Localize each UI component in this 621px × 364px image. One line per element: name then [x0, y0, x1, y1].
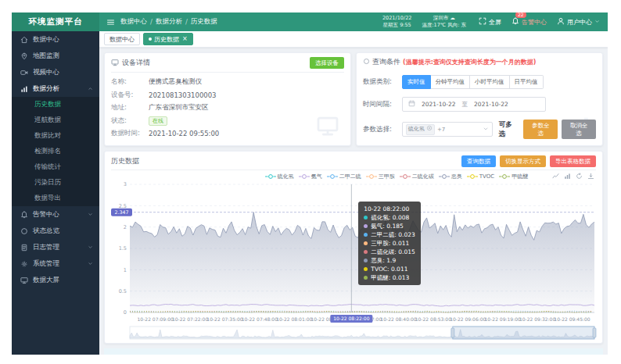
sidebar-item[interactable]: 系统管理	[12, 255, 99, 272]
legend-item-label: 三甲胺	[379, 173, 395, 180]
bar-tool-icon[interactable]	[564, 173, 571, 180]
sidebar-subitem[interactable]: 历史数据	[12, 97, 99, 112]
data-category-group: 实时值分钟平均值小时平均值日平均值	[402, 75, 544, 89]
parameter-select[interactable]: 硫化氢 +7	[402, 122, 493, 137]
sidebar-item[interactable]: 数据分析	[12, 80, 99, 97]
more-params-count: +7	[437, 127, 445, 133]
data-category-button[interactable]: 小时平均值	[470, 75, 510, 89]
cloud-icon: ☁	[450, 15, 455, 21]
gear-icon	[20, 260, 28, 268]
sidebar-subitem[interactable]: 数据比对	[12, 128, 99, 144]
legend-item[interactable]: 二硫化碳	[400, 173, 434, 180]
line-tool-icon[interactable]	[552, 173, 559, 180]
sidebar-item-label: 数据分析	[33, 84, 59, 94]
circle-icon	[363, 58, 370, 66]
sidebar-item[interactable]: 视频中心	[12, 64, 99, 80]
tab-label: 数据中心	[109, 35, 135, 44]
sidebar-subitem[interactable]: 传输统计	[12, 159, 99, 175]
legend-marker-icon	[439, 173, 450, 180]
remove-tag-icon[interactable]	[426, 125, 433, 134]
date-range-input[interactable]: 2021-10-22 至 2021-10-22	[402, 97, 546, 112]
svg-text:10-22 08:40:00: 10-22 08:40:00	[380, 316, 416, 322]
monitor-watermark-icon	[314, 114, 341, 137]
sidebar-item[interactable]: 告警中心	[12, 206, 99, 223]
refresh-tool-icon[interactable]	[576, 173, 583, 180]
select-device-button[interactable]: 选择设备	[310, 57, 344, 69]
breadcrumb-item[interactable]: 数据中心	[120, 17, 147, 27]
circle-icon	[363, 58, 370, 65]
menu-collapse-icon[interactable]	[106, 18, 115, 27]
breadcrumb-item[interactable]: 数据分析	[156, 17, 182, 27]
device-field-row: 设备号:2021081303100003	[111, 89, 344, 102]
header-weather: 深圳市 ☁ 温度:17℃ 风向: 东	[422, 15, 466, 29]
sidebar-subitem[interactable]: 巡航数据	[12, 112, 99, 128]
legend-item[interactable]: 甲硫醚	[499, 173, 528, 180]
sidebar-subitem[interactable]: 数据导出	[12, 191, 99, 206]
sidebar-item-label: 状态总览	[33, 227, 59, 236]
chart-action-button[interactable]: 导出表格数据	[550, 155, 596, 167]
weather-detail: 温度:17℃ 风向: 东	[422, 22, 466, 29]
sidebar-subitem-label: 巡航数据	[34, 116, 61, 125]
tab[interactable]: 历史数据×	[143, 33, 193, 45]
query-condition-panel: 查询条件 (温馨提示:查询仅支持查询长度为一个月的数据) 数据类别: 实时值分钟…	[356, 52, 603, 146]
sidebar-subitem-label: 历史数据	[34, 100, 61, 109]
legend-item[interactable]: 二甲二硫	[327, 173, 361, 180]
sidebar-item[interactable]: 数据大屏	[12, 272, 99, 288]
device-field-value: 广东省深圳市宝安区	[149, 103, 209, 112]
svg-text:10-22 07:22:00: 10-22 07:22:00	[172, 316, 208, 322]
footer-strip	[104, 348, 603, 355]
user-center-button[interactable]: 用户中心	[557, 17, 600, 27]
date-start-value: 2021-10-22	[422, 101, 456, 108]
legend-marker-icon	[265, 173, 276, 180]
legend-item[interactable]: 硫化氢	[265, 173, 294, 180]
sidebar-item-label: 数据大屏	[33, 276, 59, 285]
legend-item[interactable]: TVOC	[467, 173, 494, 180]
sidebar-subitem[interactable]: 检测排名	[12, 144, 99, 159]
legend-item-label: 硫化氢	[278, 173, 294, 180]
legend-item[interactable]: 恶臭	[439, 173, 462, 180]
app-header: 环境监测平台 数据中心/数据分析/历史数据 2021/10/22 星期五 9:5…	[12, 12, 608, 31]
alarm-center-button[interactable]: 22 告警中心	[512, 17, 547, 27]
breadcrumb-separator: /	[185, 18, 188, 26]
download-tool-icon[interactable]	[587, 173, 594, 180]
sidebar-item[interactable]: 地图监测	[12, 48, 99, 64]
data-category-button[interactable]: 实时值	[402, 75, 431, 89]
main-area: 数据中心历史数据× 设备详情 选择设备 名称:便携式恶臭检测仪设备号:20210…	[99, 31, 608, 355]
chevron-down-icon	[483, 126, 489, 132]
tab[interactable]: 数据中心	[104, 33, 140, 45]
breadcrumb-item[interactable]: 历史数据	[191, 17, 217, 27]
menu-collapse-icon[interactable]	[106, 18, 115, 27]
sidebar-subitem[interactable]: 污染日历	[12, 175, 99, 191]
history-chart[interactable]: 00.511.522.532.34710-22 07:09:0010-22 07…	[111, 181, 596, 340]
device-field-value: 2021-10-22 09:55:00	[149, 130, 219, 137]
legend-marker-icon	[400, 173, 411, 180]
svg-text:2: 2	[124, 224, 127, 230]
legend-item[interactable]: 三甲胺	[366, 173, 395, 180]
sidebar-item[interactable]: 状态总览	[12, 223, 99, 239]
chart-action-button[interactable]: 切换显示方式	[500, 155, 546, 167]
cancel-all-params-button[interactable]: 取消全选	[562, 120, 596, 139]
tab-close-icon[interactable]: ×	[182, 36, 188, 42]
data-category-button[interactable]: 分钟平均值	[431, 75, 471, 89]
remove-tag-icon[interactable]	[426, 125, 433, 131]
header-datetime: 2021/10/22 星期五 9:55	[382, 15, 411, 29]
selected-param-tag: 硫化氢	[406, 124, 435, 135]
svg-text:2.347: 2.347	[114, 209, 128, 215]
query-tip-text: (温馨提示:查询仅支持查询长度为一个月的数据)	[403, 58, 537, 66]
chart-action-button[interactable]: 查询数据	[461, 155, 496, 167]
fullscreen-button[interactable]: 全屏	[476, 17, 501, 27]
svg-text:10-22 08:22:00: 10-22 08:22:00	[333, 316, 369, 321]
sidebar-item[interactable]: 数据中心	[12, 31, 99, 48]
date-end-value: 2021-10-22	[474, 101, 508, 108]
sidebar-item[interactable]: 日志管理	[12, 239, 99, 255]
svg-text:0: 0	[124, 309, 127, 316]
chart-toolbox	[552, 173, 594, 180]
legend-item[interactable]: 氨气	[299, 173, 322, 180]
data-category-button[interactable]: 日平均值	[510, 75, 544, 89]
date-separator: 至	[462, 101, 468, 109]
legend-marker-icon	[499, 173, 510, 180]
select-all-params-button[interactable]: 参数全选	[523, 120, 558, 139]
tab-active-dot	[149, 37, 152, 41]
header-weekday-time: 星期五 9:55	[382, 22, 411, 29]
sidebar-item-label: 地图监测	[33, 52, 59, 61]
